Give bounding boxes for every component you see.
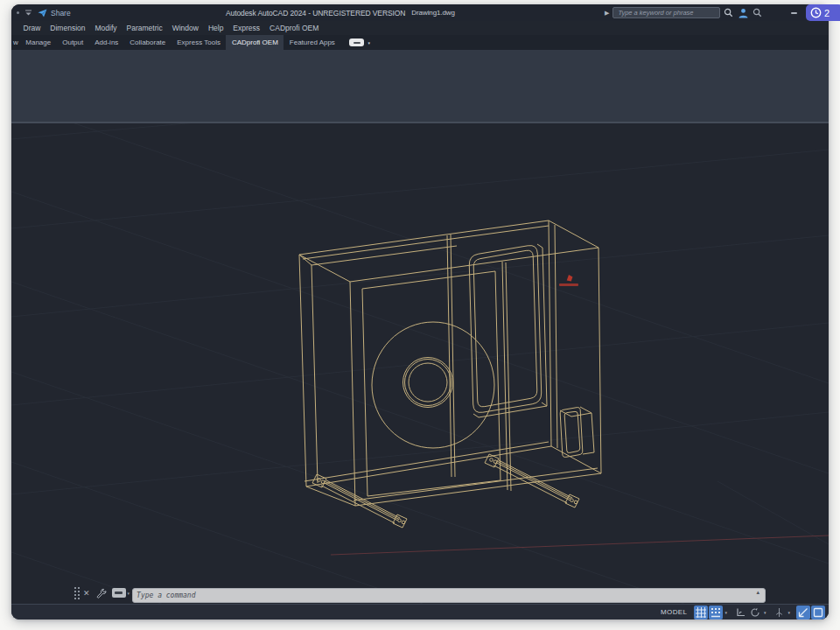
clock-icon	[810, 7, 822, 18]
share-button[interactable]: Share	[38, 9, 71, 18]
tab-manage[interactable]: Manage	[20, 35, 57, 50]
model-space-label[interactable]: MODEL	[661, 608, 687, 616]
polar-caret-icon[interactable]: ▾	[764, 610, 766, 615]
command-recent-icon[interactable]	[112, 588, 126, 598]
command-bar: ✕ ▾ ▴	[74, 584, 766, 602]
isometric-drafting-button[interactable]	[772, 606, 786, 620]
menu-help[interactable]: Help	[203, 24, 228, 32]
command-history-icon[interactable]: ▴	[757, 589, 760, 595]
annotation-scale-button[interactable]	[796, 606, 810, 620]
command-input[interactable]	[132, 588, 766, 603]
ribbon-tab-bar: w Manage Output Add-ins Collaborate Expr…	[11, 35, 829, 50]
menu-cadprofi-oem[interactable]: CADprofi OEM	[265, 24, 324, 32]
polar-tracking-button[interactable]	[748, 606, 762, 620]
menu-modify[interactable]: Modify	[90, 24, 122, 32]
share-label: Share	[51, 9, 71, 18]
search-icon[interactable]	[724, 8, 733, 18]
command-bar-grip[interactable]	[74, 587, 80, 599]
isodraft-caret-icon[interactable]: ▾	[788, 610, 790, 615]
window-title: Autodesk AutoCAD 2024 - UNREGISTERED VER…	[226, 9, 405, 18]
autocad-window: Share Autodesk AutoCAD 2024 - UNREGISTER…	[11, 4, 829, 620]
menu-dimension[interactable]: Dimension	[46, 24, 90, 32]
ribbon-display-toggle[interactable]	[349, 38, 364, 46]
wireframe-drawing	[11, 123, 829, 604]
user-account-icon[interactable]	[738, 8, 749, 18]
document-name: Drawing1.dwg	[411, 9, 455, 17]
search-expand-icon[interactable]: ▶	[605, 10, 609, 17]
title-bar: Share Autodesk AutoCAD 2024 - UNREGISTER…	[11, 4, 829, 21]
tab-clipped-fragment[interactable]: w	[11, 35, 20, 50]
tab-cadprofi-oem[interactable]: CADprofi OEM	[226, 35, 284, 50]
snap-mode-button[interactable]	[709, 606, 723, 620]
annotation-visibility-button[interactable]	[811, 606, 825, 620]
menu-parametric[interactable]: Parametric	[122, 24, 167, 32]
screenshot-stage: Share Autodesk AutoCAD 2024 - UNREGISTER…	[0, 0, 840, 630]
menu-express[interactable]: Express	[228, 24, 265, 32]
ribbon-display-caret-icon[interactable]: ▾	[368, 40, 370, 46]
status-bar: MODEL ▾ ▾ ▾	[11, 604, 829, 620]
tab-add-ins[interactable]: Add-ins	[89, 35, 124, 50]
help-search-icon[interactable]	[752, 8, 762, 18]
tab-collaborate[interactable]: Collaborate	[124, 35, 172, 50]
menu-draw[interactable]: Draw	[18, 24, 46, 32]
tab-output[interactable]: Output	[57, 35, 89, 50]
model-viewport[interactable]: ✕ ▾ ▴	[11, 123, 829, 604]
quick-access-dot	[17, 11, 19, 14]
command-customize-wrench-icon[interactable]	[96, 588, 107, 598]
tab-featured-apps[interactable]: Featured Apps	[284, 35, 340, 50]
command-recent-caret-icon[interactable]: ▾	[128, 591, 130, 596]
help-search-input[interactable]	[612, 7, 720, 18]
snap-caret-icon[interactable]: ▾	[724, 610, 727, 615]
timer-overlay-badge: 2	[806, 4, 840, 21]
timer-text: 2	[824, 8, 830, 18]
titlebar-dash-icon[interactable]	[791, 12, 797, 14]
ribbon-panel-area	[11, 50, 829, 123]
menu-bar: Draw Dimension Modify Parametric Window …	[11, 21, 829, 35]
command-close-icon[interactable]: ✕	[83, 589, 90, 598]
quick-access-chevron-icon[interactable]	[24, 10, 32, 17]
menu-window[interactable]: Window	[167, 24, 203, 32]
ortho-mode-button[interactable]	[733, 606, 747, 620]
share-plane-icon	[38, 9, 47, 18]
tab-express-tools[interactable]: Express Tools	[172, 35, 227, 50]
grid-display-button[interactable]	[694, 606, 708, 620]
